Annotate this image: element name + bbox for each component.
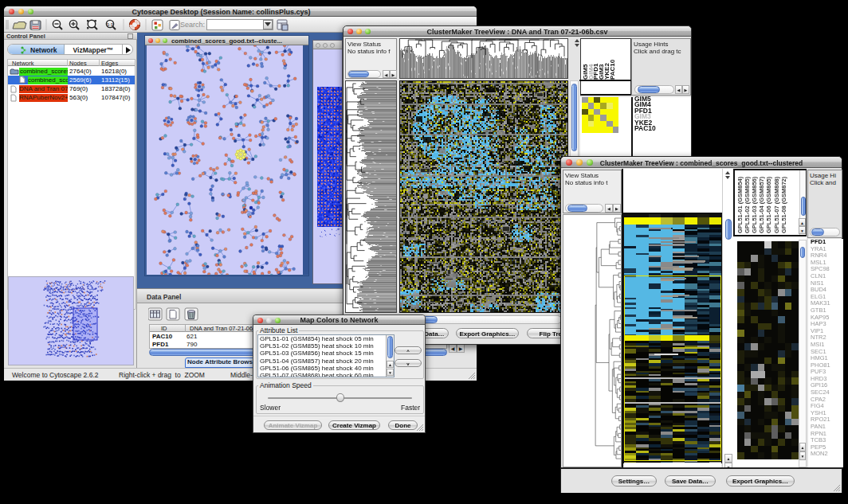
svg-text:1:1: 1:1 xyxy=(107,22,113,27)
